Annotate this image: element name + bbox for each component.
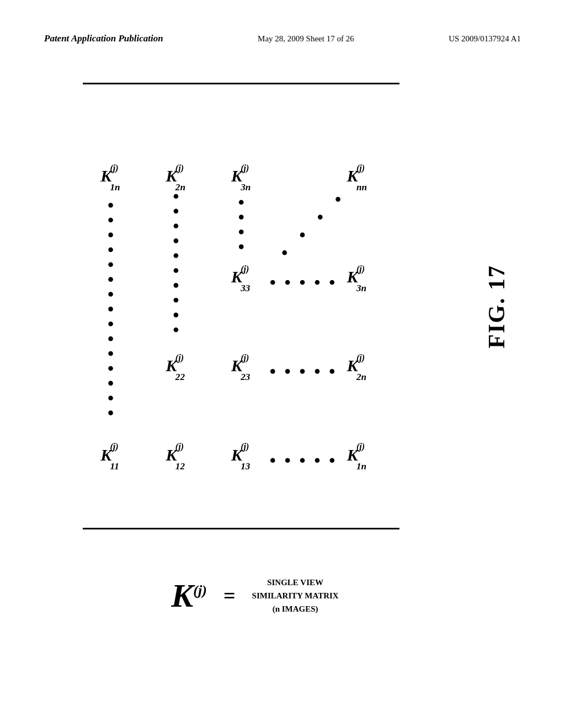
- svg-text:(j): (j): [175, 353, 184, 363]
- svg-point-12: [315, 458, 320, 463]
- svg-point-13: [330, 458, 335, 463]
- svg-text:13: 13: [241, 461, 250, 472]
- svg-text:12: 12: [175, 461, 185, 472]
- svg-text:3n: 3n: [240, 182, 250, 192]
- svg-text:2n: 2n: [175, 182, 185, 192]
- svg-text:(j): (j): [241, 442, 249, 452]
- page-header: Patent Application Publication May 28, 2…: [44, 33, 521, 44]
- svg-point-84: [300, 233, 305, 238]
- svg-point-61: [108, 307, 113, 312]
- svg-point-73: [174, 268, 179, 273]
- svg-text:22: 22: [175, 372, 185, 382]
- svg-point-38: [330, 280, 335, 285]
- publication-date: May 28, 2009 Sheet 17 of 26: [258, 34, 354, 44]
- svg-text:(j): (j): [356, 163, 365, 173]
- svg-point-24: [285, 369, 290, 374]
- svg-point-78: [174, 194, 179, 199]
- svg-point-9: [270, 458, 275, 463]
- matrix-container: K (j) 11 K (j) 12 K (j) 13 K (j) 1n: [66, 83, 444, 673]
- svg-text:(j): (j): [175, 163, 184, 173]
- svg-point-71: [174, 298, 179, 303]
- legend-description: SINGLE VIEW SIMILARITY MATRIX (n IMAGES): [252, 576, 339, 615]
- svg-text:(j): (j): [356, 442, 365, 452]
- svg-text:33: 33: [240, 283, 250, 293]
- svg-point-68: [108, 203, 113, 208]
- svg-text:1n: 1n: [110, 182, 120, 192]
- svg-text:2n: 2n: [356, 372, 366, 382]
- svg-point-79: [239, 244, 244, 249]
- svg-text:1n: 1n: [356, 461, 366, 472]
- svg-point-72: [174, 283, 179, 288]
- svg-point-76: [174, 223, 179, 228]
- bottom-rule: [83, 528, 399, 529]
- svg-point-69: [174, 328, 179, 333]
- svg-point-74: [174, 253, 179, 258]
- svg-point-57: [108, 366, 113, 371]
- svg-point-85: [318, 215, 323, 220]
- svg-point-63: [108, 277, 113, 282]
- svg-point-35: [285, 280, 290, 285]
- svg-text:11: 11: [110, 461, 119, 472]
- svg-text:(j): (j): [110, 442, 118, 452]
- svg-point-75: [174, 238, 179, 243]
- svg-text:nn: nn: [356, 182, 367, 192]
- svg-point-81: [239, 215, 244, 220]
- legend-k-symbol: K(j): [171, 577, 207, 615]
- svg-point-56: [108, 381, 113, 386]
- svg-point-58: [108, 351, 113, 356]
- svg-point-11: [300, 458, 305, 463]
- svg-point-10: [285, 458, 290, 463]
- svg-text:(j): (j): [356, 353, 365, 363]
- matrix-grid: K (j) 11 K (j) 12 K (j) 13 K (j) 1n: [83, 94, 427, 518]
- svg-text:23: 23: [240, 372, 250, 382]
- svg-point-34: [270, 280, 275, 285]
- svg-point-83: [282, 250, 287, 255]
- figure-area: FIG. 17 K (j) 11 K (j) 12 K (j) 1: [44, 72, 521, 684]
- publication-label: Patent Application Publication: [44, 33, 163, 44]
- svg-point-66: [108, 233, 113, 238]
- svg-point-70: [174, 313, 179, 318]
- svg-point-37: [315, 280, 320, 285]
- svg-point-59: [108, 336, 113, 341]
- svg-point-64: [108, 262, 113, 267]
- svg-point-26: [315, 369, 320, 374]
- svg-point-86: [335, 197, 340, 202]
- svg-point-67: [108, 218, 113, 223]
- svg-text:(j): (j): [110, 163, 118, 173]
- svg-point-36: [300, 280, 305, 285]
- svg-text:(j): (j): [241, 163, 249, 173]
- svg-text:3n: 3n: [356, 283, 366, 293]
- svg-text:(j): (j): [241, 264, 249, 274]
- matrix-svg: K (j) 11 K (j) 12 K (j) 13 K (j) 1n: [83, 94, 427, 518]
- svg-point-54: [108, 410, 113, 415]
- equals-sign: =: [223, 584, 236, 608]
- svg-point-82: [239, 200, 244, 205]
- svg-point-25: [300, 369, 305, 374]
- publication-number: US 2009/0137924 A1: [449, 34, 521, 44]
- svg-point-23: [270, 369, 275, 374]
- svg-point-77: [174, 209, 179, 214]
- svg-point-60: [108, 322, 113, 326]
- legend-area: K(j) = SINGLE VIEW SIMILARITY MATRIX (n …: [83, 535, 427, 656]
- svg-text:(j): (j): [175, 442, 184, 452]
- svg-point-62: [108, 292, 113, 297]
- svg-text:(j): (j): [241, 353, 249, 363]
- figure-label: FIG. 17: [483, 265, 510, 349]
- svg-point-27: [330, 369, 335, 374]
- top-rule: [83, 83, 399, 84]
- svg-text:(j): (j): [356, 264, 365, 274]
- svg-point-65: [108, 247, 113, 252]
- svg-point-55: [108, 395, 113, 400]
- svg-point-80: [239, 229, 244, 234]
